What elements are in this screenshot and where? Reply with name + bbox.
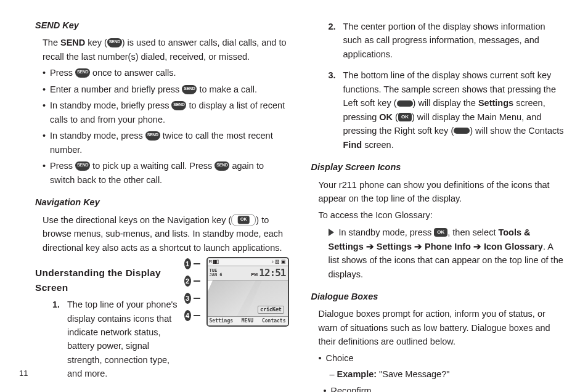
find-bold: Find bbox=[343, 140, 362, 150]
bullet: Choice bbox=[319, 351, 565, 365]
text: Reconfirm bbox=[331, 386, 372, 392]
display-icons-heading: Display Screen Icons bbox=[311, 160, 565, 174]
softkey-center-label: MENU bbox=[242, 319, 253, 324]
text: ) will show the Contacts bbox=[470, 126, 563, 136]
ok-key-icon: OK bbox=[434, 228, 447, 237]
send-key-icon: SEND bbox=[171, 101, 186, 110]
phone-screen-illustration: R ▮▮▯ ♪ ▧ ▣ TUE JAN 6 PM 12:51 bbox=[206, 257, 289, 327]
step-2: The center portion of the display shows … bbox=[329, 20, 565, 61]
columns: SEND Key The SEND key (SEND) is used to … bbox=[35, 18, 565, 392]
phone-body: cricKet bbox=[208, 280, 288, 316]
callout-row: 3 bbox=[184, 293, 200, 304]
bullet: Reconfirm bbox=[324, 384, 565, 392]
page-number: 11 bbox=[19, 367, 28, 380]
phone-softkeys: Settings MENU Contacts bbox=[208, 316, 288, 325]
pm-label: PM bbox=[251, 272, 258, 277]
callout-row: 1 bbox=[184, 258, 200, 269]
send-key-icon: SEND bbox=[214, 161, 229, 171]
icon-glossary-bold: Icon Glossary bbox=[484, 242, 543, 251]
bullet: Press SEND to pick up a waiting call. Pr… bbox=[43, 159, 289, 187]
callout-leader bbox=[194, 298, 200, 299]
callout-2: 2 bbox=[184, 276, 191, 287]
text: to make a call. bbox=[197, 84, 257, 94]
text: In standby mode, press bbox=[50, 131, 145, 141]
softkey-right-label: Contacts bbox=[262, 319, 286, 324]
text: Press bbox=[50, 161, 75, 171]
page: SEND Key The SEND key (SEND) is used to … bbox=[0, 0, 588, 392]
callout-leader bbox=[194, 280, 200, 282]
understanding-steps: The top line of your phone's display con… bbox=[35, 298, 178, 381]
triangle-bullet-icon bbox=[329, 229, 334, 236]
send-bold: SEND bbox=[60, 38, 85, 47]
dialogue-example: – Example: "Save Message?" bbox=[330, 367, 565, 381]
brand-label: cricKet bbox=[258, 306, 284, 314]
example-text: "Save Message?" bbox=[377, 369, 449, 379]
display-icons-p2: To access the Icon Glossary: bbox=[319, 208, 565, 222]
text: The top line of your phone's display con… bbox=[67, 300, 178, 378]
display-icons-p1: Your r211 phone can show you definitions… bbox=[319, 178, 565, 206]
phone-status-bar: R ▮▮▯ ♪ ▧ ▣ bbox=[208, 258, 288, 266]
bullet: Press SEND once to answer calls. bbox=[43, 66, 289, 80]
arrow-icon: ➔ bbox=[471, 242, 484, 251]
settings-bold: Settings bbox=[478, 98, 513, 108]
arrow-icon: ➔ bbox=[412, 242, 425, 251]
example-label: Example: bbox=[337, 369, 377, 379]
right-column: The center portion of the display shows … bbox=[311, 18, 565, 392]
send-key-icon: SEND bbox=[107, 38, 122, 47]
text: The center portion of the display shows … bbox=[343, 22, 545, 59]
phone-time-bar: TUE JAN 6 PM 12:51 bbox=[208, 266, 288, 280]
understanding-steps-cont: The center portion of the display shows … bbox=[311, 20, 565, 152]
text: Enter a number and briefly press bbox=[50, 84, 182, 94]
navigation-key-body: Use the directional keys on the Navigati… bbox=[43, 213, 289, 255]
text: screen. bbox=[362, 140, 394, 150]
bullet: In standby mode, press SEND twice to cal… bbox=[43, 129, 289, 157]
callout-row: 4 bbox=[184, 310, 200, 321]
text: Use the directional keys on the Navigati… bbox=[43, 215, 231, 225]
status-icons: ♪ ▧ ▣ bbox=[271, 259, 286, 264]
text: Choice bbox=[326, 353, 354, 363]
send-key-icon: SEND bbox=[75, 161, 90, 171]
bullet: Enter a number and briefly press SEND to… bbox=[43, 83, 289, 96]
phone-date: TUE JAN 6 bbox=[210, 269, 223, 277]
callout-row: 2 bbox=[184, 276, 200, 287]
icon-glossary-step: In standby mode, press OK, then select T… bbox=[314, 226, 565, 281]
callout-numbers: 1 2 3 4 bbox=[184, 257, 200, 321]
text: ( bbox=[393, 112, 398, 122]
callout-leader bbox=[194, 263, 200, 264]
send-key-heading: SEND Key bbox=[35, 18, 289, 32]
callout-4: 4 bbox=[184, 310, 191, 321]
phone-clock: 12:51 bbox=[259, 267, 285, 279]
text: The bbox=[43, 38, 60, 47]
arrow-icon: ➔ bbox=[364, 242, 377, 251]
send-key-icon: SEND bbox=[182, 85, 197, 94]
text: once to answer calls. bbox=[90, 68, 176, 78]
ok-bold: OK bbox=[379, 112, 393, 122]
text: key ( bbox=[85, 38, 107, 47]
signal-icon: R ▮▮▯ bbox=[209, 259, 218, 264]
date-bot: JAN 6 bbox=[210, 272, 223, 277]
text: ) will display the bbox=[413, 98, 478, 108]
understanding-display-heading: Understanding the Display Screen bbox=[35, 266, 178, 295]
step-1: The top line of your phone's display con… bbox=[52, 298, 178, 381]
ok-key-icon: OK bbox=[398, 113, 412, 121]
bullet: In standby mode, briefly press SEND to d… bbox=[43, 99, 289, 126]
callout-1: 1 bbox=[184, 258, 191, 269]
dialogue-bullets-2: Reconfirm bbox=[324, 384, 565, 392]
left-column: SEND Key The SEND key (SEND) is used to … bbox=[35, 18, 289, 392]
dialogue-bullets: Choice bbox=[319, 351, 565, 365]
right-softkey-icon bbox=[454, 128, 470, 134]
send-key-icon: SEND bbox=[75, 68, 90, 78]
navigation-key-heading: Navigation Key bbox=[35, 195, 289, 209]
text: to pick up a waiting call. Press bbox=[90, 161, 214, 171]
send-key-icon: SEND bbox=[145, 131, 160, 141]
text: In standby mode, briefly press bbox=[50, 100, 171, 110]
text: Press bbox=[50, 68, 75, 78]
callout-3: 3 bbox=[184, 293, 191, 304]
callout-leader bbox=[194, 315, 200, 316]
understanding-display-block: Understanding the Display Screen The top… bbox=[35, 257, 289, 391]
step-3: The bottom line of the display shows cur… bbox=[329, 68, 565, 152]
dialogue-boxes-heading: Dialogue Boxes bbox=[311, 290, 565, 303]
dialogue-boxes-body: Dialogue boxes prompt for action, inform… bbox=[319, 307, 565, 348]
understanding-display-text: Understanding the Display Screen The top… bbox=[35, 257, 178, 391]
phone-info-bold: Phone Info bbox=[425, 242, 471, 251]
